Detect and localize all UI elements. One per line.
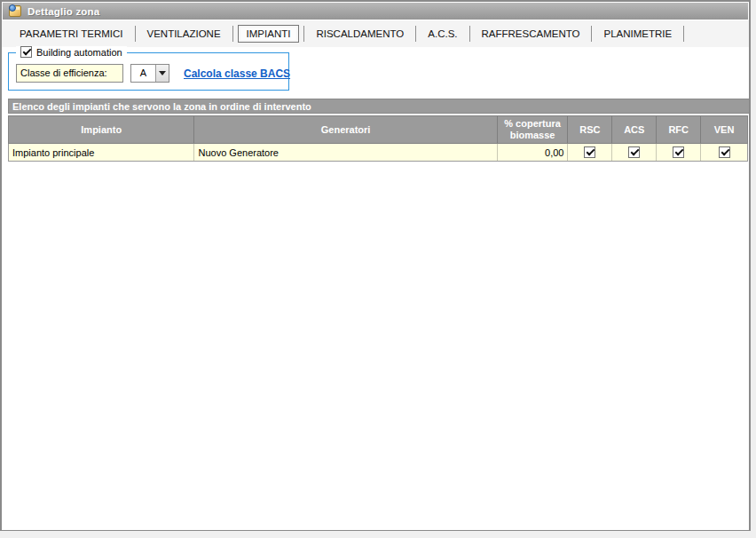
tab-content-impianti: Building automation Classe di efficienza… (2, 47, 749, 530)
grid-header-row: Impianto Generatori % copertura biomasse… (8, 115, 748, 144)
tab-strip: PARAMETRI TERMICI VENTILAZIONE IMPIANTI … (2, 20, 749, 47)
tab-acs[interactable]: A.C.S. (417, 26, 468, 42)
column-header-generatori: Generatori (194, 116, 497, 143)
building-automation-controls: Classe di efficienza: A Calcola classe B… (16, 64, 290, 83)
ven-checkbox[interactable] (719, 146, 730, 158)
calcola-classe-bacs-link[interactable]: Calcola classe BACS (184, 67, 290, 80)
tab-riscaldamento[interactable]: RISCALDAMENTO (305, 26, 414, 42)
rsc-checkbox[interactable] (584, 146, 595, 158)
cell-generatori[interactable]: Nuovo Generatore (194, 144, 497, 161)
cell-ven (701, 144, 747, 161)
cell-rfc (657, 144, 701, 161)
cell-acs (612, 144, 657, 161)
cell-copertura-biomasse[interactable]: 0,00 (498, 144, 569, 161)
building-automation-legend: Building automation (16, 46, 127, 58)
chevron-down-icon (159, 71, 166, 75)
window-titlebar: Dettaglio zona (3, 3, 748, 20)
rfc-checkbox[interactable] (673, 146, 684, 158)
dropdown-button[interactable] (155, 65, 169, 82)
tab-separator (591, 26, 592, 42)
building-automation-groupbox: Building automation Classe di efficienza… (8, 52, 289, 91)
column-header-acs: ACS (612, 116, 657, 143)
cell-rsc (568, 144, 612, 161)
tab-separator (415, 26, 416, 42)
tab-separator (232, 26, 233, 42)
tab-ventilazione[interactable]: VENTILAZIONE (137, 26, 232, 42)
acs-checkbox[interactable] (628, 146, 640, 158)
column-header-copertura-biomasse: % copertura biomasse (498, 116, 569, 143)
tab-impianti[interactable]: IMPIANTI (238, 25, 300, 43)
classe-efficienza-field[interactable]: Classe di efficienza: (16, 64, 123, 83)
tab-raffrescamento[interactable]: RAFFRESCAMENTO (471, 26, 591, 42)
column-header-ven: VEN (701, 116, 747, 143)
tab-planimetrie[interactable]: PLANIMETRIE (593, 26, 682, 42)
tab-parametri-termici[interactable]: PARAMETRI TERMICI (9, 26, 134, 42)
window-title: Dettaglio zona (28, 6, 99, 17)
column-header-rsc: RSC (568, 116, 612, 143)
building-automation-checkbox[interactable] (20, 46, 32, 58)
tab-separator (683, 26, 684, 42)
classe-efficienza-value: A (131, 65, 155, 82)
tab-separator (303, 26, 304, 42)
classe-efficienza-dropdown[interactable]: A (130, 64, 169, 83)
column-header-rfc: RFC (657, 116, 701, 143)
column-header-impianto: Impianto (9, 116, 194, 143)
building-automation-label: Building automation (36, 47, 122, 58)
dettaglio-zona-window: Dettaglio zona PARAMETRI TERMICI VENTILA… (0, 0, 751, 531)
cell-impianto[interactable]: Impianto principale (9, 144, 194, 161)
impianti-grid: Impianto Generatori % copertura biomasse… (8, 115, 748, 162)
table-row[interactable]: Impianto principale Nuovo Generatore 0,0… (8, 144, 748, 162)
tab-separator (469, 26, 470, 42)
tab-separator (135, 26, 136, 42)
form-icon (9, 5, 21, 17)
elenco-impianti-section-header: Elenco degli impianti che servono la zon… (8, 99, 750, 114)
